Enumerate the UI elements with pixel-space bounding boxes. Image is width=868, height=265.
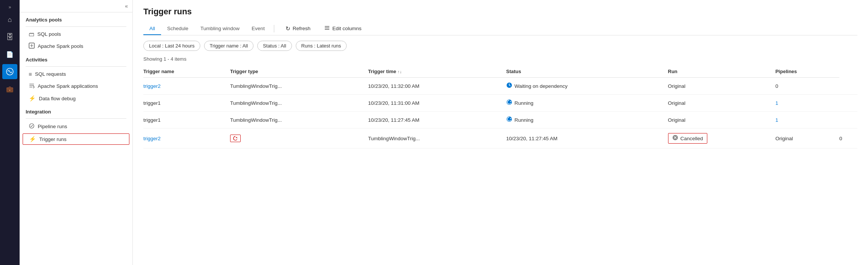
col-trigger-name: Trigger name bbox=[143, 66, 230, 78]
database-nav-icon[interactable]: 🗄 bbox=[2, 29, 17, 44]
col-trigger-type: Trigger type bbox=[230, 66, 368, 78]
pipelines-link[interactable]: 1 bbox=[775, 100, 778, 106]
status-label: Cancelled bbox=[681, 136, 703, 141]
sidebar-label-sql-requests: SQL requests bbox=[35, 71, 66, 77]
main-header: Trigger runs All Schedule Tumbling windo… bbox=[133, 0, 868, 35]
sidebar-item-pipeline-runs[interactable]: Pipeline runs bbox=[20, 120, 132, 133]
sidebar-label-spark-pools: Apache Spark pools bbox=[38, 43, 83, 49]
spark-apps-icon bbox=[29, 83, 35, 90]
status-cell: Running bbox=[506, 95, 668, 112]
rerun-icon[interactable] bbox=[230, 135, 241, 142]
col-pipelines: Pipelines bbox=[775, 66, 839, 78]
data-flow-icon: ⚡ bbox=[29, 95, 36, 102]
table-container: Trigger name Trigger type Trigger time ↑… bbox=[133, 66, 868, 265]
col-status: Status bbox=[506, 66, 668, 78]
running-icon bbox=[506, 99, 512, 107]
col-run: Run bbox=[668, 66, 776, 78]
pipelines-cell: 0 bbox=[839, 129, 857, 149]
table-row: trigger1 TumblingWindowTrig... 10/23/20,… bbox=[143, 95, 857, 112]
home-nav-icon[interactable]: ⌂ bbox=[2, 12, 17, 27]
trigger-runs-table: Trigger name Trigger type Trigger time ↑… bbox=[143, 66, 857, 149]
main-content: Trigger runs All Schedule Tumbling windo… bbox=[133, 0, 868, 265]
trigger-name-cell: trigger2 bbox=[143, 78, 230, 95]
pipelines-cell: 1 bbox=[775, 112, 839, 129]
sql-pools-icon: 🗃 bbox=[29, 31, 34, 37]
run-cell: Original bbox=[668, 78, 776, 95]
edit-columns-action[interactable]: Edit columns bbox=[319, 22, 367, 35]
items-count: Showing 1 - 4 items bbox=[133, 56, 868, 66]
pipelines-cell: 0 bbox=[775, 78, 839, 95]
run-cell: Original bbox=[775, 129, 839, 149]
status-label: Waiting on dependency bbox=[515, 83, 568, 89]
table-row: trigger2 TumblingWindowTrig... 10/23/20,… bbox=[143, 129, 857, 149]
sidebar-label-trigger-runs: Trigger runs bbox=[39, 136, 66, 142]
filter-status[interactable]: Status : All bbox=[257, 41, 292, 51]
sidebar: « Analytics pools 🗃 SQL pools Apache Spa… bbox=[20, 0, 133, 265]
activities-section: Activities bbox=[20, 52, 132, 65]
pipeline-runs-icon bbox=[29, 123, 35, 130]
briefcase-nav-icon[interactable]: 💼 bbox=[2, 81, 17, 97]
monitor-nav-icon[interactable] bbox=[2, 64, 17, 79]
icon-bar: » ⌂ 🗄 📄 💼 bbox=[0, 0, 20, 265]
pipelines-cell: 1 bbox=[775, 95, 839, 112]
trigger-time-cell: 10/23/20, 11:27:45 AM bbox=[368, 112, 506, 129]
trigger-name-link[interactable]: trigger2 bbox=[143, 136, 161, 141]
edit-columns-label: Edit columns bbox=[332, 26, 361, 31]
run-cell: Original bbox=[668, 95, 776, 112]
trigger-type-cell: TumblingWindowTrig... bbox=[230, 78, 368, 95]
status-label: Running bbox=[515, 117, 533, 123]
document-nav-icon[interactable]: 📄 bbox=[2, 47, 17, 62]
status-cell: Waiting on dependency bbox=[506, 78, 668, 95]
filter-trigger-name[interactable]: Trigger name : All bbox=[204, 41, 253, 51]
sidebar-label-sql-pools: SQL pools bbox=[37, 31, 61, 37]
tab-schedule[interactable]: Schedule bbox=[161, 23, 194, 35]
refresh-icon: ↻ bbox=[286, 25, 290, 32]
sidebar-item-sql-requests[interactable]: ≡ SQL requests bbox=[20, 68, 132, 80]
run-cell: Original bbox=[668, 112, 776, 129]
sidebar-label-spark-apps: Apache Spark applications bbox=[38, 83, 98, 89]
trigger-runs-icon: ⚡ bbox=[29, 136, 36, 142]
refresh-action[interactable]: ↻ Refresh bbox=[280, 22, 316, 35]
trigger-name-link[interactable]: trigger2 bbox=[143, 83, 161, 89]
filters-row: Local : Last 24 hours Trigger name : All… bbox=[133, 35, 868, 56]
sidebar-item-data-flow[interactable]: ⚡ Data flow debug bbox=[20, 92, 132, 104]
trigger-type-cell: TumblingWindowTrig... bbox=[368, 129, 506, 149]
trigger-name-cell: trigger1 bbox=[143, 112, 230, 129]
sidebar-label-data-flow: Data flow debug bbox=[39, 96, 76, 101]
sidebar-item-spark-pools[interactable]: Apache Spark pools bbox=[20, 40, 132, 52]
analytics-pools-section: Analytics pools bbox=[20, 12, 132, 25]
trigger-time-cell: 10/23/20, 11:31:00 AM bbox=[368, 95, 506, 112]
pipelines-link[interactable]: 1 bbox=[775, 117, 778, 123]
edit-columns-icon bbox=[324, 25, 330, 32]
expand-icon[interactable]: » bbox=[9, 5, 11, 10]
sql-requests-icon: ≡ bbox=[29, 71, 32, 77]
page-title: Trigger runs bbox=[143, 7, 857, 17]
trigger-time-cell: 10/23/20, 11:32:00 AM bbox=[368, 78, 506, 95]
sidebar-label-pipeline-runs: Pipeline runs bbox=[38, 124, 67, 129]
svg-point-5 bbox=[29, 124, 34, 128]
trigger-type-cell: TumblingWindowTrig... bbox=[230, 95, 368, 112]
tabs-bar: All Schedule Tumbling window Event ↻ Ref… bbox=[143, 22, 857, 35]
tab-tumbling-window[interactable]: Tumbling window bbox=[194, 23, 246, 35]
tab-all[interactable]: All bbox=[143, 23, 161, 35]
sidebar-collapse-icon[interactable]: « bbox=[125, 3, 128, 9]
table-row: trigger1 TumblingWindowTrig... 10/23/20,… bbox=[143, 112, 857, 129]
trigger-name-cell: trigger1 bbox=[143, 95, 230, 112]
sidebar-item-trigger-runs[interactable]: ⚡ Trigger runs bbox=[23, 133, 129, 145]
trigger-time-cell: 10/23/20, 11:27:45 AM bbox=[506, 129, 668, 149]
filter-runs[interactable]: Runs : Latest runs bbox=[296, 41, 347, 51]
status-cell: Running bbox=[506, 112, 668, 129]
sidebar-item-spark-apps[interactable]: Apache Spark applications bbox=[20, 80, 132, 92]
running-icon bbox=[506, 116, 512, 124]
trigger-name-cell: trigger2 bbox=[143, 129, 230, 149]
filter-time[interactable]: Local : Last 24 hours bbox=[143, 41, 200, 51]
tab-event[interactable]: Event bbox=[246, 23, 271, 35]
refresh-label: Refresh bbox=[293, 26, 310, 31]
waiting-icon bbox=[506, 82, 512, 90]
cancelled-icon bbox=[672, 135, 678, 142]
status-cell: Cancelled bbox=[668, 129, 776, 149]
sidebar-item-sql-pools[interactable]: 🗃 SQL pools bbox=[20, 28, 132, 40]
col-trigger-time[interactable]: Trigger time ↑↓ bbox=[368, 66, 506, 78]
trigger-type-cell: TumblingWindowTrig... bbox=[230, 112, 368, 129]
status-label: Running bbox=[515, 100, 533, 106]
